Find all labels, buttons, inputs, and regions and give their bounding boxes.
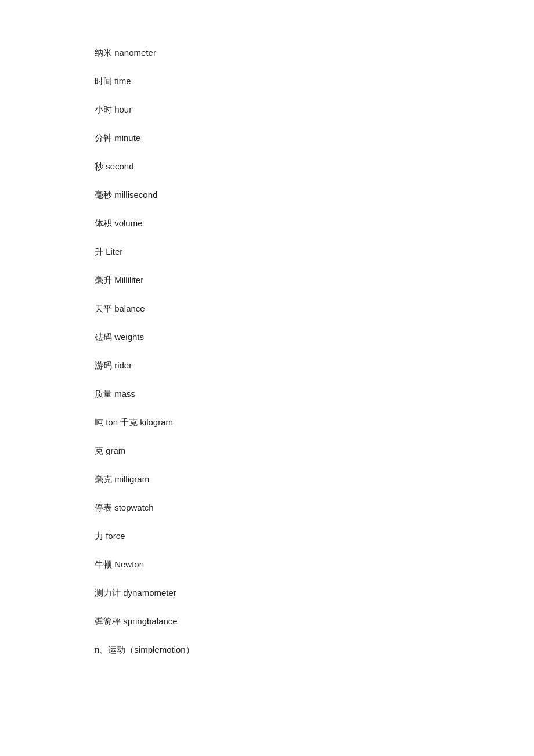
list-item: 牛顿 Newton [95,558,534,570]
item-english: minute [114,133,140,143]
list-item: 小时 hour [95,103,534,115]
list-item: 纳米 nanometer [95,46,534,59]
item-english: millisecond [114,190,157,200]
list-item: 停表 stopwatch [95,501,534,513]
list-item: 测力计 dynamometer [95,587,534,599]
item-chinese: 秒 [95,161,106,171]
item-chinese: 毫克 [95,474,114,484]
item-english: mass [114,389,135,399]
item-text: n、运动（simplemotion） [95,645,194,654]
item-english: time [114,76,131,86]
item-english: Newton [114,559,144,569]
item-chinese: 吨 ton 千克 [95,417,140,427]
item-english: Liter [106,247,122,256]
item-chinese: 游码 [95,360,114,370]
item-english: stopwatch [114,502,154,512]
item-english: Milliliter [114,275,143,285]
item-chinese: 弹簧秤 [95,616,123,626]
item-english: dynamometer [123,588,176,598]
item-chinese: 牛顿 [95,559,114,569]
item-english: kilogram [140,417,173,427]
list-item: 时间 time [95,75,534,87]
main-content: 纳米 nanometer时间 time小时 hour分钟 minute秒 sec… [0,0,534,718]
list-item: 毫秒 millisecond [95,189,534,201]
item-chinese: 力 [95,531,106,541]
item-chinese: 分钟 [95,133,114,143]
item-english: rider [114,360,132,370]
item-english: nanometer [114,48,156,57]
item-english: volume [114,218,142,228]
list-item: n、运动（simplemotion） [95,643,534,656]
item-chinese: 体积 [95,218,114,228]
list-item: 毫克 milligram [95,473,534,485]
list-item: 体积 volume [95,217,534,229]
item-chinese: 毫升 [95,275,114,285]
item-english: gram [106,446,125,455]
list-item: 升 Liter [95,245,534,258]
list-item: 分钟 minute [95,132,534,144]
item-chinese: 克 [95,446,106,455]
item-chinese: 升 [95,247,106,256]
list-item: 克 gram [95,444,534,457]
item-chinese: 毫秒 [95,190,114,200]
item-chinese: 天平 [95,303,114,313]
list-item: 弹簧秤 springbalance [95,615,534,627]
list-item: 毫升 Milliliter [95,274,534,286]
item-chinese: 小时 [95,104,114,114]
item-english: springbalance [123,616,177,626]
list-item: 秒 second [95,160,534,172]
item-chinese: 砝码 [95,332,114,342]
item-chinese: 停表 [95,502,114,512]
list-item: 砝码 weights [95,331,534,343]
list-item: 质量 mass [95,388,534,400]
item-chinese: 测力计 [95,588,123,598]
item-english: force [106,531,125,541]
item-chinese: 时间 [95,76,114,86]
item-english: second [106,161,134,171]
item-english: balance [114,303,145,313]
item-chinese: 纳米 [95,48,114,57]
item-english: milligram [114,474,149,484]
item-chinese: 质量 [95,389,114,399]
item-english: weights [114,332,144,342]
list-item: 天平 balance [95,302,534,314]
item-english: hour [114,104,132,114]
list-item: 力 force [95,530,534,542]
list-item: 吨 ton 千克 kilogram [95,416,534,428]
list-item: 游码 rider [95,359,534,371]
